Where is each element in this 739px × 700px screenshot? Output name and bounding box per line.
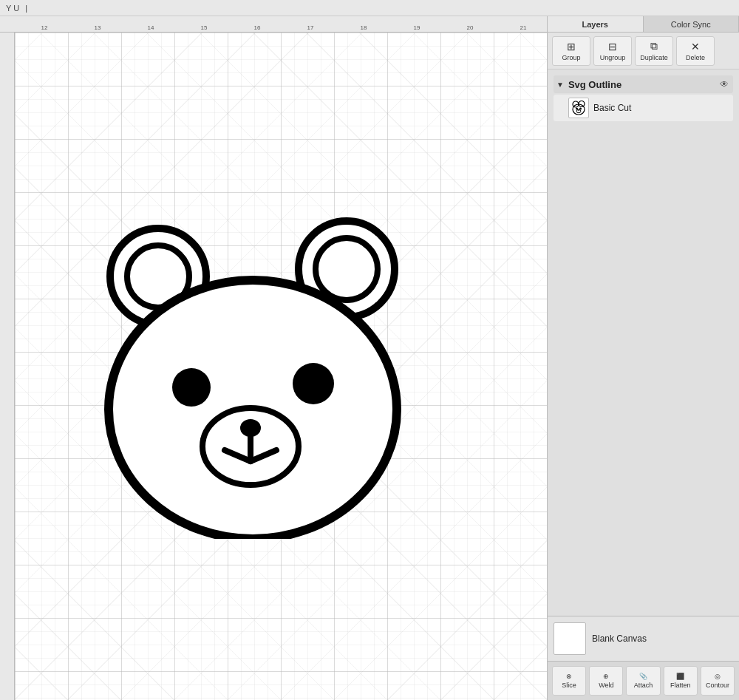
svg-point-3 <box>316 238 378 300</box>
panel-tabs: Layers Color Sync <box>548 16 739 33</box>
layer-thumb-svg <box>571 100 587 116</box>
layer-group-title: Svg Outline <box>568 79 714 90</box>
blank-canvas-label: Blank Canvas <box>592 633 647 644</box>
ruler-top-content: 12 13 14 15 16 17 18 19 20 21 <box>15 16 547 33</box>
ruler-top: 12 13 14 15 16 17 18 19 20 21 <box>0 16 547 33</box>
attach-label: Attach <box>634 682 653 689</box>
layer-group: ▼ Svg Outline 👁 <box>554 75 733 121</box>
slice-label: Slice <box>562 682 576 689</box>
delete-button[interactable]: ✕ Delete <box>676 36 715 66</box>
flatten-label: Flatten <box>670 682 691 689</box>
bear-svg <box>77 191 432 539</box>
ruler-num-15: 15 <box>201 24 208 31</box>
canvas-area: 12 13 14 15 16 17 18 19 20 21 <box>0 16 547 700</box>
ruler-num-14: 14 <box>148 24 154 31</box>
weld-label: Weld <box>599 682 613 689</box>
ungroup-label: Ungroup <box>600 54 626 61</box>
tab-layers[interactable]: Layers <box>548 16 644 32</box>
ruler-num-12: 12 <box>41 24 48 31</box>
group-button[interactable]: ⊞ Group <box>552 36 590 66</box>
attach-icon: 📎 <box>639 673 647 680</box>
duplicate-icon: ⧉ <box>650 40 658 52</box>
tab-color-sync[interactable]: Color Sync <box>644 16 740 32</box>
panel-toolbar: ⊞ Group ⊟ Ungroup ⧉ Duplicate ✕ Delete <box>548 33 739 69</box>
main-area: 12 13 14 15 16 17 18 19 20 21 <box>0 16 739 700</box>
ruler-num-18: 18 <box>361 24 367 31</box>
blank-canvas-row: Blank Canvas <box>554 622 733 655</box>
ruler-left <box>0 33 15 700</box>
layer-visibility-toggle[interactable]: 👁 <box>718 78 730 90</box>
group-label: Group <box>562 54 580 61</box>
toolbar-angle: | <box>25 4 27 13</box>
layer-item-thumb <box>568 98 589 118</box>
duplicate-label: Duplicate <box>640 54 668 61</box>
blank-canvas-thumb <box>554 622 586 655</box>
delete-icon: ✕ <box>691 41 700 52</box>
svg-point-18 <box>578 110 579 111</box>
layer-item-label: Basic Cut <box>593 103 631 113</box>
layer-expand-arrow: ▼ <box>556 81 564 89</box>
ruler-num-17: 17 <box>307 24 314 31</box>
layer-content: ▼ Svg Outline 👁 <box>548 69 739 616</box>
ruler-num-19: 19 <box>414 24 420 31</box>
ruler-num-13: 13 <box>95 24 101 31</box>
ruler-num-21: 21 <box>520 24 527 31</box>
slice-icon: ⊗ <box>566 673 572 680</box>
duplicate-button[interactable]: ⧉ Duplicate <box>635 36 673 66</box>
ungroup-button[interactable]: ⊟ Ungroup <box>593 36 632 66</box>
canvas-grid[interactable] <box>15 33 547 700</box>
weld-button[interactable]: ⊕ Weld <box>589 666 623 696</box>
bear-container <box>77 191 432 542</box>
ungroup-icon: ⊟ <box>608 41 617 52</box>
attach-button[interactable]: 📎 Attach <box>626 666 660 696</box>
ruler-num-16: 16 <box>254 24 261 31</box>
toolbar-coords: Y U <box>6 4 19 13</box>
weld-icon: ⊕ <box>603 673 609 680</box>
delete-label: Delete <box>686 54 705 61</box>
flatten-button[interactable]: ⬛ Flatten <box>664 666 698 696</box>
panel-bottom: Blank Canvas <box>548 616 739 661</box>
contour-button[interactable]: ◎ Contour <box>701 666 735 696</box>
ruler-num-20: 20 <box>467 24 474 31</box>
layer-group-header[interactable]: ▼ Svg Outline 👁 <box>554 75 733 93</box>
right-panel: Layers Color Sync ⊞ Group ⊟ Ungroup ⧉ Du… <box>547 16 739 700</box>
slice-button[interactable]: ⊗ Slice <box>552 666 586 696</box>
group-icon: ⊞ <box>567 41 576 52</box>
contour-label: Contour <box>706 682 729 689</box>
layer-item-basic-cut[interactable]: Basic Cut <box>554 95 733 121</box>
svg-point-15 <box>576 108 578 110</box>
top-toolbar: Y U | <box>0 0 739 16</box>
contour-icon: ◎ <box>715 673 721 680</box>
panel-bottom-tools: ⊗ Slice ⊕ Weld 📎 Attach ⬛ Flatten ◎ Cont… <box>548 661 739 700</box>
svg-point-6 <box>293 363 334 404</box>
flatten-icon: ⬛ <box>676 673 684 680</box>
svg-point-5 <box>172 368 211 407</box>
